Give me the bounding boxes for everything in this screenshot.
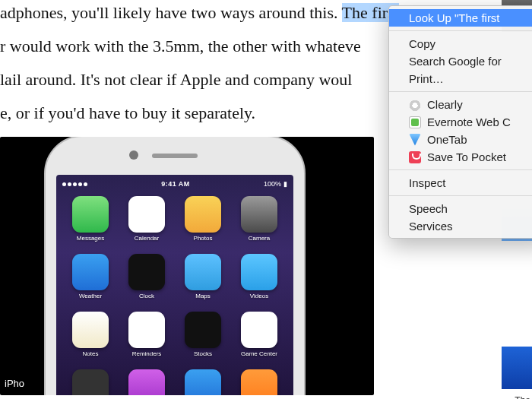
- rail-text: The: [515, 395, 530, 399]
- status-time: 9:41 AM: [161, 180, 190, 188]
- app-icon: [72, 254, 109, 290]
- menu-item-save-to-pocket[interactable]: Save To Pocket: [389, 148, 532, 166]
- app-label: Notes: [83, 350, 99, 357]
- app-label: Weather: [79, 293, 102, 299]
- app-icon: [72, 369, 109, 395]
- app-label: Stocks: [194, 350, 212, 357]
- app-messages: Messages: [67, 196, 114, 242]
- earpiece-icon: [152, 154, 198, 158]
- app-weather: Weather: [67, 254, 114, 299]
- app-label: Videos: [250, 293, 268, 299]
- app-icon: [185, 369, 221, 395]
- app-icon: [241, 312, 277, 348]
- app-icon: [72, 196, 109, 233]
- front-camera-icon: [129, 150, 138, 160]
- app-icon: [185, 312, 221, 348]
- menu-separator: [389, 195, 532, 196]
- app-newsstand: Newsstand: [67, 369, 114, 395]
- app-label: Game Center: [241, 350, 277, 357]
- menu-item-print[interactable]: Print…: [389, 70, 532, 87]
- article-image: 9:41 AM 100% ▮ MessagesCalendarPhotosCam…: [0, 137, 374, 395]
- app-icon: [128, 312, 165, 348]
- rail-thumbnail[interactable]: [502, 347, 532, 389]
- image-caption: iPho: [5, 378, 24, 389]
- menu-separator: [389, 30, 532, 31]
- pocket-icon: [409, 151, 421, 163]
- menu-item-copy[interactable]: Copy: [389, 35, 532, 52]
- app-camera: Camera: [236, 196, 283, 242]
- iphone-screen: 9:41 AM 100% ▮ MessagesCalendarPhotosCam…: [56, 175, 293, 395]
- app-game-center: Game Center: [236, 312, 283, 357]
- menu-item-search-google[interactable]: Search Google for: [389, 52, 532, 70]
- status-bar: 9:41 AM 100% ▮: [56, 178, 293, 190]
- app-icon: [128, 254, 165, 290]
- app-ibooks: iBooks: [236, 369, 283, 395]
- iphone-mock: 9:41 AM 100% ▮ MessagesCalendarPhotosCam…: [46, 137, 304, 395]
- menu-item-services[interactable]: Services: [389, 217, 532, 235]
- clearly-icon: [409, 99, 421, 111]
- app-icon: [185, 196, 221, 233]
- app-icon: [72, 312, 109, 348]
- app-label: Photos: [194, 235, 213, 242]
- app-maps: Maps: [179, 254, 226, 299]
- context-menu[interactable]: Look Up "The first Copy Search Google fo…: [388, 5, 532, 239]
- battery-icon: 100% ▮: [264, 180, 287, 188]
- app-label: Camera: [249, 235, 270, 242]
- app-itunes-store: iTunes Store: [123, 369, 170, 395]
- app-icon: [241, 369, 277, 395]
- app-app-store: App Store: [179, 369, 226, 395]
- menu-item-clearly[interactable]: Clearly: [389, 96, 532, 113]
- app-photos: Photos: [179, 196, 226, 242]
- menu-item-evernote[interactable]: Evernote Web C: [389, 113, 532, 131]
- app-notes: Notes: [67, 312, 114, 357]
- menu-item-speech[interactable]: Speech: [389, 200, 532, 217]
- app-reminders: Reminders: [123, 312, 170, 357]
- app-label: Calendar: [135, 235, 159, 242]
- menu-separator: [389, 169, 532, 170]
- app-label: Reminders: [132, 350, 162, 357]
- app-icon: [241, 196, 277, 233]
- menu-separator: [389, 91, 532, 92]
- app-icon: [128, 196, 165, 233]
- app-icon: [185, 254, 221, 290]
- menu-item-onetab[interactable]: OneTab: [389, 131, 532, 148]
- signal-icon: [62, 182, 87, 186]
- onetab-icon: [409, 134, 421, 146]
- app-label: Maps: [195, 293, 211, 299]
- menu-item-inspect[interactable]: Inspect: [389, 174, 532, 192]
- evernote-icon: [409, 116, 421, 128]
- app-stocks: Stocks: [179, 312, 226, 357]
- menu-item-lookup[interactable]: Look Up "The first: [389, 9, 532, 27]
- app-calendar: Calendar: [123, 196, 170, 242]
- article-text: adphones, you'll likely have two ways ar…: [0, 3, 342, 22]
- app-icon: [241, 254, 277, 290]
- app-label: Messages: [77, 235, 104, 242]
- app-label: Clock: [139, 293, 154, 299]
- app-clock: Clock: [123, 254, 170, 299]
- app-grid: MessagesCalendarPhotosCameraWeatherClock…: [56, 196, 293, 395]
- app-icon: [128, 369, 165, 395]
- app-videos: Videos: [236, 254, 283, 299]
